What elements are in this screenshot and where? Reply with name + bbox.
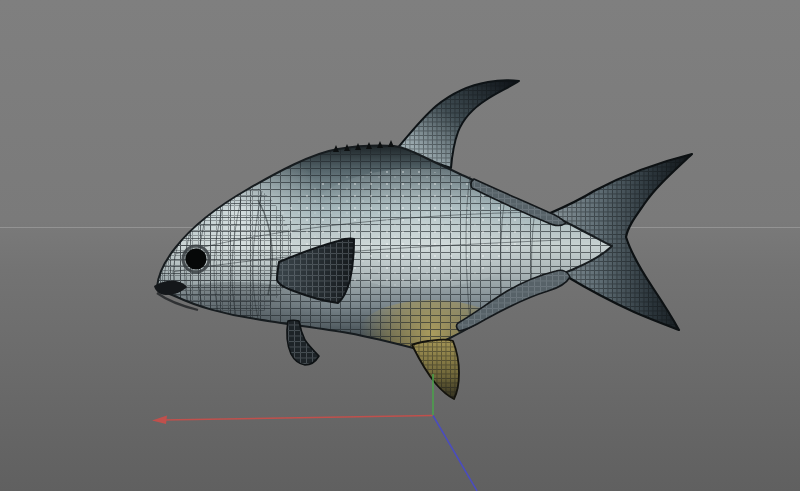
fish-eye [183, 246, 209, 272]
viewport[interactable] [0, 0, 800, 491]
viewport-canvas[interactable] [0, 0, 800, 491]
